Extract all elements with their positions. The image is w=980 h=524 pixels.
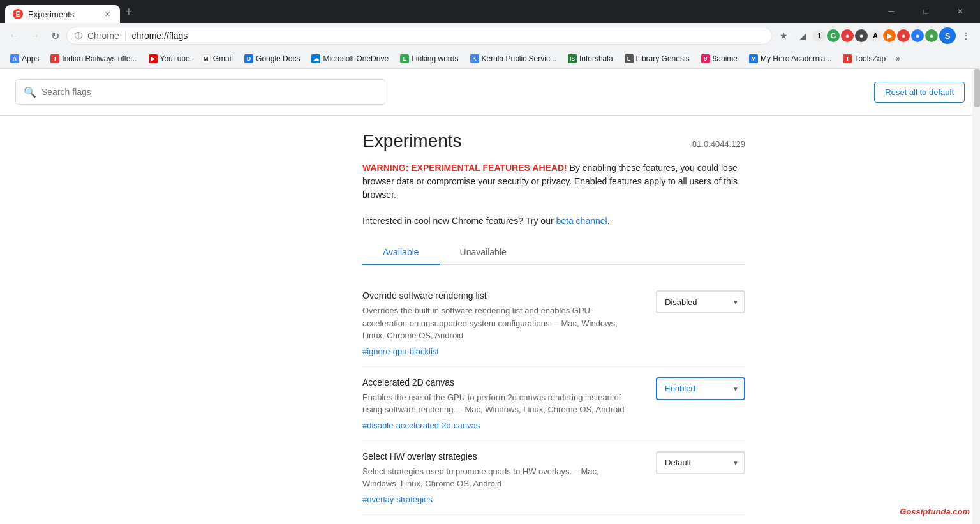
bookmarks-bar: A Apps I Indian Railways offe... ▶ YouTu…: [0, 49, 980, 69]
flag-control-canvas[interactable]: Default Disabled Enabled: [656, 377, 745, 400]
flag-hw-overlay-strategies: Select HW overlay strategies Select stra…: [362, 441, 745, 515]
page-title: Experiments: [362, 131, 462, 151]
search-box[interactable]: 🔍: [15, 79, 385, 105]
flag-select-canvas[interactable]: Default Disabled Enabled: [656, 377, 745, 400]
tabs-row: Available Unavailable: [362, 241, 745, 265]
flag-name-override: Override software rendering list: [362, 290, 630, 301]
maximize-button[interactable]: □: [911, 3, 940, 20]
flag-accelerated-2d-canvas: Accelerated 2D canvas Enables the use of…: [362, 367, 745, 441]
ext-icon-3[interactable]: ●: [841, 29, 854, 42]
extension-puzzle-icon[interactable]: ◢: [794, 27, 812, 45]
page-title-row: Experiments 81.0.4044.129: [362, 131, 745, 151]
gossipfunda-watermark: Gossipfunda.com: [900, 507, 970, 516]
flag-info-override: Override software rendering list Overrid…: [362, 290, 656, 356]
nav-extras: ★ ◢ 1 G ● ● A ▶ ● ● ● S ⋮: [775, 27, 975, 45]
flag-name-overlay: Select HW overlay strategies: [362, 451, 630, 461]
minimize-button[interactable]: ─: [877, 3, 906, 20]
address-lock-icon: ⓘ: [75, 31, 82, 41]
beta-channel-info: Interested in cool new Chrome features? …: [362, 214, 745, 228]
ext-icon-9[interactable]: ●: [925, 29, 938, 42]
bookmark-indian-railways-icon: I: [50, 54, 59, 63]
bookmark-myheroacademia[interactable]: M My Hero Academia...: [744, 52, 836, 66]
bookmark-myheroacademia-label: My Hero Academia...: [761, 54, 831, 63]
beta-suffix: .: [607, 216, 610, 226]
tab-available[interactable]: Available: [362, 241, 440, 265]
bookmark-gmail[interactable]: M Gmail: [197, 52, 238, 66]
bookmark-intershala-label: Intershala: [579, 54, 613, 63]
flag-desc-override: Overrides the built-in software renderin…: [362, 304, 630, 342]
tab-title: Experiments: [28, 10, 74, 19]
bookmark-9anime[interactable]: 9 9anime: [696, 52, 743, 66]
bookmark-toolszap[interactable]: T ToolsZap: [838, 52, 891, 66]
flag-tint-gl-composited: Tint GL-composited content Tint contents…: [362, 515, 745, 525]
flag-select-override[interactable]: Default Disabled Enabled: [656, 290, 745, 313]
flag-control-overlay[interactable]: Default Disabled Enabled: [656, 451, 745, 474]
bookmark-kerala-icon: K: [470, 54, 479, 63]
bookmark-toolszap-icon: T: [843, 54, 852, 63]
tab-favicon: E: [13, 9, 23, 19]
ext-icon-8[interactable]: ●: [911, 29, 924, 42]
ext-icon-5[interactable]: A: [869, 29, 882, 42]
beta-intro-text: Interested in cool new Chrome features? …: [362, 216, 556, 226]
bookmark-youtube[interactable]: ▶ YouTube: [144, 52, 195, 66]
bookmark-youtube-label: YouTube: [160, 54, 190, 63]
new-tab-button[interactable]: +: [120, 3, 138, 20]
bookmark-onedrive[interactable]: ☁ Microsoft OneDrive: [306, 52, 394, 66]
bookmark-kerala-label: Kerala Public Servic...: [482, 54, 556, 63]
bookmark-google-docs-icon: D: [244, 54, 253, 63]
flag-select-wrapper-override[interactable]: Default Disabled Enabled: [656, 290, 745, 313]
address-divider: |: [124, 31, 127, 41]
tabs-container: E Experiments ✕ +: [5, 3, 138, 20]
forward-button[interactable]: →: [26, 27, 43, 45]
ext-icon-7[interactable]: ●: [897, 29, 910, 42]
title-bar: E Experiments ✕ + ─ □ ✕: [0, 0, 980, 23]
ext-icon-2[interactable]: G: [827, 29, 840, 42]
tab-close-button[interactable]: ✕: [102, 9, 112, 19]
flag-control-override[interactable]: Default Disabled Enabled: [656, 290, 745, 313]
menu-button[interactable]: ⋮: [957, 27, 975, 45]
search-icon: 🔍: [24, 86, 36, 98]
flag-select-overlay[interactable]: Default Disabled Enabled: [656, 451, 745, 474]
flag-select-wrapper-overlay[interactable]: Default Disabled Enabled: [656, 451, 745, 474]
bookmark-google-docs[interactable]: D Google Docs: [239, 52, 305, 66]
bookmark-onedrive-label: Microsoft OneDrive: [323, 54, 389, 63]
flag-info-overlay: Select HW overlay strategies Select stra…: [362, 451, 656, 504]
star-button[interactable]: ★: [775, 27, 792, 45]
profile-button[interactable]: S: [939, 27, 956, 44]
flag-select-wrapper-canvas[interactable]: Default Disabled Enabled: [656, 377, 745, 400]
bookmark-toolszap-label: ToolsZap: [854, 54, 886, 63]
bookmark-indian-railways[interactable]: I Indian Railways offe...: [45, 52, 142, 66]
scroll-thumb[interactable]: [974, 69, 980, 107]
bookmark-linking[interactable]: L Linking words: [395, 52, 463, 66]
ext-icon-1[interactable]: 1: [813, 29, 826, 42]
tab-unavailable[interactable]: Unavailable: [440, 241, 527, 265]
bookmarks-more-button[interactable]: »: [892, 52, 904, 66]
bookmark-linking-label: Linking words: [412, 54, 458, 63]
active-tab[interactable]: E Experiments ✕: [5, 5, 120, 23]
bookmark-libgen[interactable]: L Library Genesis: [620, 52, 695, 66]
close-button[interactable]: ✕: [946, 3, 975, 20]
flag-desc-canvas: Enables the use of the GPU to perform 2d…: [362, 391, 630, 416]
ext-icon-4[interactable]: ●: [855, 29, 868, 42]
flag-anchor-override[interactable]: #ignore-gpu-blacklist: [362, 347, 439, 356]
bookmark-gmail-label: Gmail: [213, 54, 233, 63]
bookmark-apps-icon: A: [10, 54, 19, 63]
back-button[interactable]: ←: [5, 27, 23, 45]
search-input[interactable]: [41, 87, 377, 97]
flag-anchor-overlay[interactable]: #overlay-strategies: [362, 495, 433, 504]
bookmark-libgen-icon: L: [625, 54, 634, 63]
flag-anchor-canvas[interactable]: #disable-accelerated-2d-canvas: [362, 421, 480, 430]
window-controls: ─ □ ✕: [877, 3, 975, 20]
address-bar[interactable]: ⓘ Chrome | chrome://flags: [66, 27, 772, 45]
beta-channel-link[interactable]: beta channel: [556, 216, 607, 226]
bookmark-apps[interactable]: A Apps: [5, 52, 44, 66]
ext-icon-6[interactable]: ▶: [883, 29, 896, 42]
bookmark-kerala[interactable]: K Kerala Public Servic...: [465, 52, 561, 66]
bookmark-9anime-icon: 9: [701, 54, 710, 63]
reload-button[interactable]: ↻: [46, 27, 64, 45]
reset-all-button[interactable]: Reset all to default: [874, 82, 965, 103]
address-url: chrome://flags: [131, 31, 188, 41]
page-content: Experiments 81.0.4044.129 WARNING: EXPER…: [0, 116, 980, 524]
bookmark-intershala[interactable]: IS Intershala: [563, 52, 618, 66]
scrollbar[interactable]: [972, 69, 980, 524]
